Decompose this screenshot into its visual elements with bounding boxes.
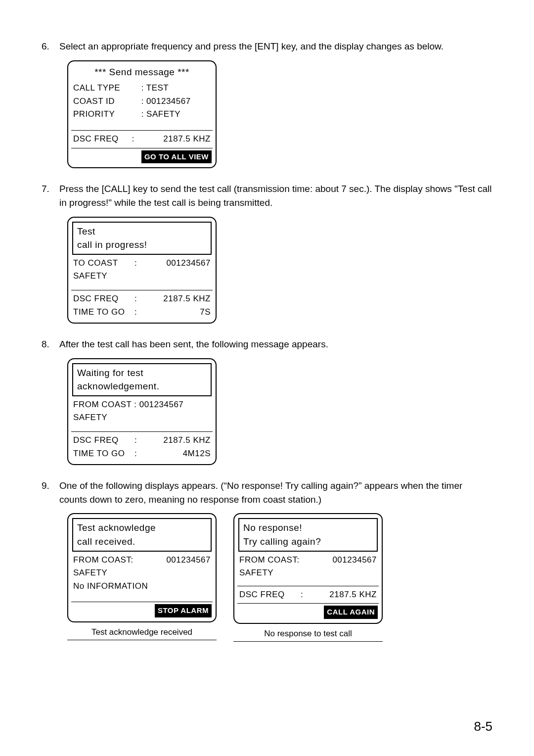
value: 2187.5 KHZ	[308, 588, 378, 602]
label: CALL TYPE	[72, 82, 140, 95]
screen-test-in-progress: Test call in progress! TO COAST : 001234…	[67, 217, 217, 324]
colon: :	[134, 434, 142, 447]
screen-table: CALL TYPE: TEST COAST ID: 001234567 PRIO…	[72, 82, 212, 121]
colon: :	[134, 306, 142, 319]
step-text: One of the following displays appears. (…	[59, 479, 492, 506]
title-line: Test acknowledge	[77, 521, 207, 535]
screen-caption: No response to test call	[233, 628, 383, 642]
step-8: 8. After the test call has been sent, th…	[42, 337, 492, 351]
screen-title-box: Test acknowledge call received.	[72, 518, 212, 551]
label: FROM COAST:	[72, 554, 150, 567]
title-line: Try calling again?	[243, 535, 373, 549]
screen-title-box: Waiting for test acknowledgement.	[72, 363, 212, 396]
title-line: Waiting for test	[77, 366, 207, 380]
colon: :	[300, 588, 308, 602]
screen-title-box: Test call in progress!	[72, 222, 212, 255]
value: 001234567	[316, 554, 378, 567]
value: 001234567	[150, 554, 212, 567]
value: 2187.5 KHZ	[142, 133, 212, 146]
value: 2187.5 KHZ	[142, 292, 212, 306]
step-text: After the test call has been sent, the f…	[59, 337, 492, 351]
value: : TEST	[140, 82, 212, 95]
title-line: call received.	[77, 535, 207, 549]
label: FROM COAST : 001234567	[72, 398, 212, 412]
step-7: 7. Press the [CALL] key to send the test…	[42, 182, 492, 209]
label: FROM COAST:	[238, 554, 316, 567]
colon: :	[131, 133, 142, 146]
label: TIME TO GO	[72, 447, 134, 461]
value: 2187.5 KHZ	[142, 434, 212, 447]
label: DSC FREQ	[72, 292, 134, 306]
label: DSC FREQ	[72, 434, 134, 447]
step-number: 9.	[42, 479, 59, 506]
screen-send-message: *** Send message *** CALL TYPE: TEST COA…	[67, 60, 217, 169]
screen-no-response: No response! Try calling again? FROM COA…	[233, 513, 383, 624]
label: SAFETY	[72, 270, 212, 283]
value: : SAFETY	[140, 108, 212, 121]
value: : 001234567	[140, 95, 212, 108]
label: TIME TO GO	[72, 306, 134, 319]
screen-waiting-ack: Waiting for test acknowledgement. FROM C…	[67, 358, 217, 466]
screen-caption: Test acknowledge received	[67, 626, 217, 640]
value: 4M12S	[142, 447, 212, 461]
label: TO COAST	[72, 257, 134, 270]
screen-test-ack-received: Test acknowledge call received. FROM COA…	[67, 513, 217, 622]
stop-alarm-button[interactable]: STOP ALARM	[155, 604, 212, 617]
label: SAFETY	[72, 411, 212, 425]
step-9: 9. One of the following displays appears…	[42, 479, 492, 506]
label: PRIORITY	[72, 108, 140, 121]
step-number: 8.	[42, 337, 59, 351]
label: SAFETY	[238, 567, 378, 580]
step-6: 6. Select an appropriate frequency and p…	[42, 40, 492, 53]
label: SAFETY	[72, 567, 212, 580]
colon: :	[134, 257, 142, 270]
screen-title: *** Send message ***	[72, 65, 212, 79]
step-text: Press the [CALL] key to send the test ca…	[59, 182, 492, 209]
title-line: call in progress!	[77, 238, 207, 252]
label: DSC FREQ	[72, 133, 131, 146]
screen-title-box: No response! Try calling again?	[238, 518, 378, 551]
call-again-button[interactable]: CALL AGAIN	[324, 606, 378, 619]
colon: :	[134, 292, 142, 306]
label: DSC FREQ	[238, 588, 300, 602]
colon: :	[134, 447, 142, 461]
label: COAST ID	[72, 95, 140, 108]
title-line: No response!	[243, 521, 373, 535]
go-to-all-view-button[interactable]: GO TO ALL VIEW	[141, 150, 212, 164]
step-text: Select an appropriate frequency and pres…	[59, 40, 492, 53]
title-line: acknowledgement.	[77, 379, 207, 393]
step-number: 7.	[42, 182, 59, 209]
title-line: Test	[77, 225, 207, 238]
label: No INFORMATION	[72, 580, 212, 593]
value: 001234567	[142, 257, 212, 270]
step-number: 6.	[42, 40, 59, 53]
value: 7S	[142, 306, 212, 319]
